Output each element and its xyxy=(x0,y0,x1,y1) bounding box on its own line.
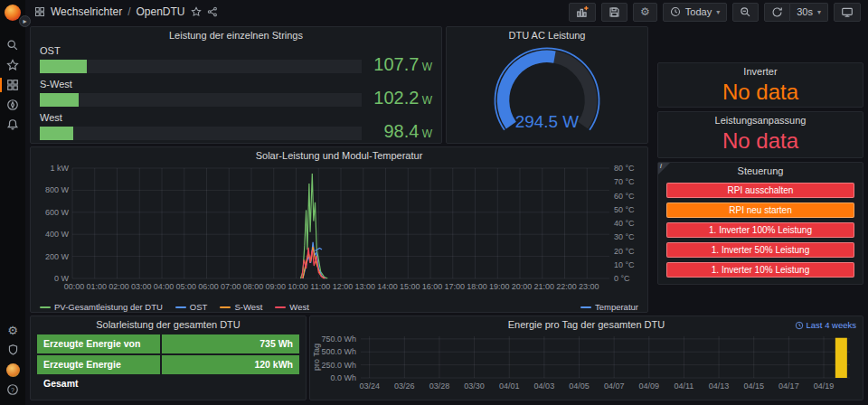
string-gauge-fill xyxy=(40,60,87,73)
steuerung-button[interactable]: RPI neu starten xyxy=(666,202,854,218)
svg-text:?: ? xyxy=(11,387,14,393)
legend-item[interactable]: PV-Gesamtleistung der DTU xyxy=(40,302,163,312)
table-cell-value: 120 kWh xyxy=(162,355,299,374)
legend-label: West xyxy=(289,302,308,312)
x-axis-tick: 09:00 xyxy=(265,282,286,291)
x-axis-tick: 03/26 xyxy=(394,381,415,391)
explore-compass-icon[interactable] xyxy=(0,95,25,115)
panel-inverter: Inverter No data xyxy=(657,62,863,108)
x-axis-tick: 03:00 xyxy=(131,282,152,291)
save-dashboard-button[interactable] xyxy=(601,3,627,22)
legend-label: OST xyxy=(190,302,208,312)
x-axis-tick: 04/15 xyxy=(743,381,764,391)
table-cell-label: Erzeugte Energie von Heute xyxy=(37,334,160,353)
x-axis-tick: 23:00 xyxy=(579,282,599,291)
x-axis-tick: 22:00 xyxy=(556,282,577,291)
add-panel-button[interactable] xyxy=(569,3,596,22)
x-axis-tick: 21:00 xyxy=(533,282,554,291)
legend-item[interactable]: S-West xyxy=(220,302,262,312)
panel-solar-chart: Solar-Leistung und Modul-Temperatur 0 W2… xyxy=(30,146,648,313)
kiosk-tv-button[interactable] xyxy=(834,3,861,22)
x-axis-tick: 04/05 xyxy=(569,381,590,391)
share-icon[interactable] xyxy=(207,6,218,17)
panel-title[interactable]: Leistungsanpassung xyxy=(658,112,863,128)
solar-temp-chart: 0 W200 W400 W600 W800 W1 kW00:0001:0002:… xyxy=(31,164,646,297)
x-axis-tick: 20:00 xyxy=(512,282,533,291)
x-axis-tick: 01:00 xyxy=(86,282,107,291)
x-axis-tick: 15:00 xyxy=(400,282,420,291)
panel-daily-energy: Energie pro Tag der gesamten DTU Last 4 … xyxy=(309,316,863,400)
y-axis-tick: 250.0 Wh xyxy=(321,361,356,370)
star-icon[interactable] xyxy=(191,6,202,17)
refresh-interval-picker[interactable]: 30s ▾ xyxy=(790,3,828,22)
zoom-out-button[interactable] xyxy=(732,3,759,22)
legend-swatch xyxy=(175,306,186,308)
dashboard-toolbar: ⚙ Today ▾ 30s ▾ xyxy=(563,3,861,22)
grafana-logo-icon[interactable] xyxy=(5,5,21,21)
x-axis-tick: 06:00 xyxy=(198,282,219,291)
y-axis-tick-right: 70 °C xyxy=(614,177,635,186)
sidebar-item-dashboards[interactable] xyxy=(0,75,25,95)
panel-title[interactable]: Energie pro Tag der gesamten DTU xyxy=(310,316,863,333)
x-axis-tick: 03/24 xyxy=(359,381,380,391)
refresh-button[interactable] xyxy=(764,3,790,22)
server-admin-shield-icon[interactable] xyxy=(0,340,25,360)
panel-title[interactable]: Leistung der einzelnen Strings xyxy=(31,27,441,43)
legend-item[interactable]: OST xyxy=(175,302,208,312)
legend-swatch xyxy=(40,306,51,308)
y-axis-tick: 500.0 Wh xyxy=(321,347,356,356)
panel-ac-gauge: DTU AC Leistung 294.5 W xyxy=(446,26,648,144)
x-axis-tick: 14:00 xyxy=(377,282,398,291)
help-icon[interactable]: ? xyxy=(0,380,25,400)
breadcrumb-section[interactable]: Wechselrichter xyxy=(51,5,122,18)
legend-item[interactable]: West xyxy=(275,302,308,312)
panel-title[interactable]: Steuerung xyxy=(658,163,863,179)
legend-swatch xyxy=(580,306,591,308)
panel-steuerung: i Steuerung RPI ausschaltenRPI neu start… xyxy=(657,162,863,285)
string-value: 98.4 W xyxy=(362,125,432,141)
ac-power-gauge: 294.5 W xyxy=(457,43,637,139)
x-axis-tick: 04/17 xyxy=(778,381,799,391)
starred-icon[interactable] xyxy=(0,55,25,75)
x-axis-tick: 08:00 xyxy=(243,282,264,291)
string-gauge-track xyxy=(40,127,362,140)
legend-swatch xyxy=(275,306,286,308)
leistungsanpassung-value: No data xyxy=(658,128,863,154)
x-axis-tick: 05:00 xyxy=(175,282,196,291)
panel-strings-power: Leistung der einzelnen Strings OST107.7 … xyxy=(30,26,442,144)
steuerung-button[interactable]: 1. Inverter 100% Leistung xyxy=(666,222,854,238)
expand-sidebar-chevron[interactable]: ▸ xyxy=(19,15,31,27)
panel-title[interactable]: Inverter xyxy=(658,63,863,80)
dashboard-settings-button[interactable]: ⚙ xyxy=(633,3,657,22)
string-value: 107.7 W xyxy=(362,58,432,74)
y-axis-tick-right: 60 °C xyxy=(614,192,635,201)
search-icon[interactable] xyxy=(0,35,25,55)
x-axis-tick: 04/03 xyxy=(534,381,555,391)
legend-item[interactable]: Temperatur xyxy=(580,302,638,312)
chevron-down-icon: ▾ xyxy=(716,8,720,16)
steuerung-button[interactable]: 1. Inverter 10% Leistung xyxy=(666,262,854,278)
y-axis-tick-right: 40 °C xyxy=(614,219,635,228)
inverter-value: No data xyxy=(658,80,863,105)
profile-avatar[interactable] xyxy=(0,360,25,380)
time-range-link-label: Last 4 weeks xyxy=(807,320,856,330)
time-range-link[interactable]: Last 4 weeks xyxy=(795,320,856,330)
panel-title[interactable]: Solarleistung der gesamten DTU xyxy=(31,316,306,333)
x-axis-tick: 04/19 xyxy=(814,381,835,391)
steuerung-button[interactable]: 1. Inverter 50% Leistung xyxy=(666,242,854,258)
configuration-gear-icon[interactable]: ⚙ xyxy=(0,320,25,340)
panel-title[interactable]: DTU AC Leistung xyxy=(447,27,647,43)
x-axis-tick: 10:00 xyxy=(288,282,308,291)
string-label: West xyxy=(40,112,432,123)
steuerung-button[interactable]: RPI ausschalten xyxy=(666,183,854,198)
x-axis-tick: 13:00 xyxy=(354,282,375,291)
x-axis-tick: 04/01 xyxy=(499,381,520,391)
panel-leistungsanpassung: Leistungsanpassung No data xyxy=(657,111,863,158)
breadcrumb-page[interactable]: OpenDTU xyxy=(136,5,184,18)
alerting-bell-icon[interactable] xyxy=(0,115,25,135)
time-range-picker[interactable]: Today ▾ xyxy=(663,3,727,22)
panel-title[interactable]: Solar-Leistung und Modul-Temperatur xyxy=(31,147,647,164)
x-axis-tick: 04/09 xyxy=(639,381,660,391)
table-cell-label: Erzeugte Energie Gesamt xyxy=(37,355,160,374)
string-gauge-row: S-West102.2 W xyxy=(40,79,432,108)
